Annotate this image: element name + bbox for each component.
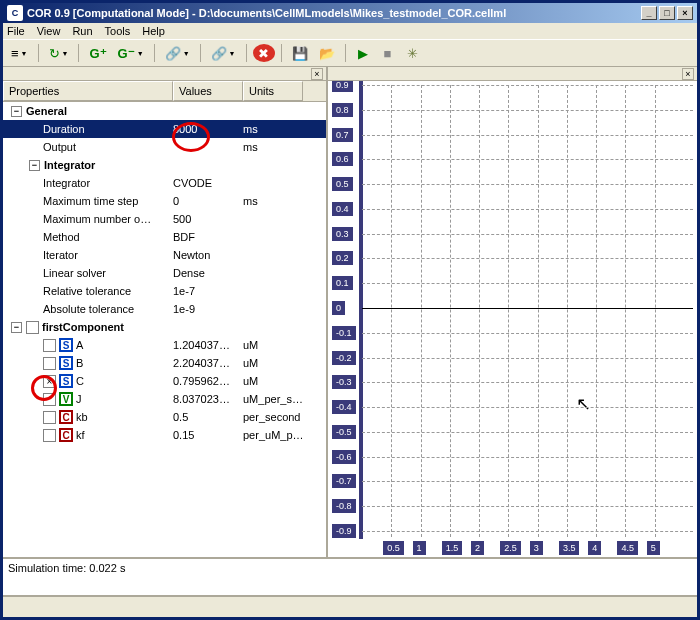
collapse-icon[interactable]: − xyxy=(11,322,22,333)
row-method[interactable]: Method BDF xyxy=(3,228,326,246)
row-general[interactable]: −General xyxy=(3,102,326,120)
minimize-button[interactable]: _ xyxy=(641,6,657,20)
toolbar: ≡▼ ↻▼ G⁺ G⁻▼ 🔗▼ 🔗▼ ✖ 💾 📂 ▶ ■ ✳ xyxy=(3,40,697,67)
properties-header: Properties Values Units xyxy=(3,81,326,102)
checkbox[interactable] xyxy=(43,339,56,352)
x-tick-label: 3.5 xyxy=(559,541,580,555)
y-tick-label: -0.5 xyxy=(332,425,356,439)
chart-panel-close-button[interactable]: × xyxy=(682,68,694,80)
y-tick-label: 0.3 xyxy=(332,227,353,241)
y-tick-label: 0.8 xyxy=(332,103,353,117)
menu-help[interactable]: Help xyxy=(142,25,165,37)
link1-button[interactable]: 🔗▼ xyxy=(161,42,194,64)
panel-close-bar: × xyxy=(3,67,326,81)
close-button[interactable]: × xyxy=(677,6,693,20)
g-minus-button[interactable]: G⁻▼ xyxy=(114,42,148,64)
x-tick-label: 1.5 xyxy=(442,541,463,555)
row-var-kb[interactable]: C kb 0.5per_second xyxy=(3,408,326,426)
maximize-button[interactable]: □ xyxy=(659,6,675,20)
simulation-time: Simulation time: 0.022 s xyxy=(8,562,125,574)
state-icon: S xyxy=(59,374,73,388)
chart-area[interactable]: ↖ 0.90.80.70.60.50.40.30.20.10-0.1-0.2-0… xyxy=(328,81,697,557)
row-var-j[interactable]: V J 8.037023…uM_per_s… xyxy=(3,390,326,408)
list-button[interactable]: ≡▼ xyxy=(7,42,32,64)
y-tick-label: 0.5 xyxy=(332,177,353,191)
collapse-icon[interactable]: − xyxy=(29,160,40,171)
constant-icon: C xyxy=(59,410,73,424)
title-bar: C COR 0.9 [Computational Mode] - D:\docu… xyxy=(3,3,697,23)
x-tick-label: 4 xyxy=(588,541,601,555)
pause-button[interactable]: ■ xyxy=(377,42,399,64)
row-var-kf[interactable]: C kf 0.15per_uM_p… xyxy=(3,426,326,444)
row-output[interactable]: Output ms xyxy=(3,138,326,156)
x-tick-label: 4.5 xyxy=(617,541,638,555)
panel-close-button[interactable]: × xyxy=(311,68,323,80)
y-tick-label: 0.4 xyxy=(332,202,353,216)
row-maxnum[interactable]: Maximum number o… 500 xyxy=(3,210,326,228)
row-var-a[interactable]: S A 1.204037…uM xyxy=(3,336,326,354)
x-tick-label: 0.5 xyxy=(383,541,404,555)
menu-file[interactable]: File xyxy=(7,25,25,37)
x-tick-label: 2.5 xyxy=(500,541,521,555)
cursor-icon: ↖ xyxy=(576,393,591,415)
checkbox[interactable] xyxy=(43,429,56,442)
y-tick-label: 0 xyxy=(332,301,345,315)
stop-button[interactable]: ✖ xyxy=(253,44,275,62)
checkbox-checked[interactable]: × xyxy=(43,375,56,388)
row-reltol[interactable]: Relative tolerance 1e-7 xyxy=(3,282,326,300)
collapse-icon[interactable]: − xyxy=(11,106,22,117)
col-units[interactable]: Units xyxy=(243,81,303,101)
row-duration[interactable]: Duration 8000 ms xyxy=(3,120,326,138)
menu-view[interactable]: View xyxy=(37,25,61,37)
open-button[interactable]: 📂 xyxy=(315,42,339,64)
y-tick-label: -0.2 xyxy=(332,351,356,365)
constant-icon: C xyxy=(59,428,73,442)
link2-button[interactable]: 🔗▼ xyxy=(207,42,240,64)
menu-tools[interactable]: Tools xyxy=(105,25,131,37)
chart-panel-close-bar: × xyxy=(328,67,697,81)
row-var-b[interactable]: S B 2.204037…uM xyxy=(3,354,326,372)
variable-icon: V xyxy=(59,392,73,406)
checkbox[interactable] xyxy=(43,411,56,424)
state-icon: S xyxy=(59,338,73,352)
properties-grid: −General Duration 8000 ms Output ms −Int… xyxy=(3,102,326,557)
y-tick-label: -0.3 xyxy=(332,375,356,389)
x-tick-label: 3 xyxy=(530,541,543,555)
state-icon: S xyxy=(59,356,73,370)
row-maxstep[interactable]: Maximum time step 0ms xyxy=(3,192,326,210)
checkbox[interactable] xyxy=(43,357,56,370)
row-integrator-group[interactable]: −Integrator xyxy=(3,156,326,174)
y-tick-label: -0.9 xyxy=(332,524,356,538)
status-area: Simulation time: 0.022 s xyxy=(3,557,697,617)
y-tick-label: 0.6 xyxy=(332,152,353,166)
gear-button[interactable]: ✳ xyxy=(402,42,424,64)
x-tick-label: 2 xyxy=(471,541,484,555)
window-title: COR 0.9 [Computational Mode] - D:\docume… xyxy=(27,7,639,19)
row-linsolver[interactable]: Linear solver Dense xyxy=(3,264,326,282)
y-tick-label: -0.7 xyxy=(332,474,356,488)
y-axis xyxy=(359,81,363,539)
y-tick-label: -0.4 xyxy=(332,400,356,414)
checkbox[interactable] xyxy=(43,393,56,406)
refresh-button[interactable]: ↻▼ xyxy=(45,42,73,64)
row-iterator[interactable]: Iterator Newton xyxy=(3,246,326,264)
y-tick-label: -0.8 xyxy=(332,499,356,513)
g-plus-button[interactable]: G⁺ xyxy=(85,42,110,64)
x-tick-label: 5 xyxy=(647,541,660,555)
row-abstol[interactable]: Absolute tolerance 1e-9 xyxy=(3,300,326,318)
row-firstcomponent[interactable]: − firstComponent xyxy=(3,318,326,336)
col-properties[interactable]: Properties xyxy=(3,81,173,101)
y-tick-label: 0.7 xyxy=(332,128,353,142)
checkbox[interactable] xyxy=(26,321,39,334)
play-button[interactable]: ▶ xyxy=(352,42,374,64)
col-values[interactable]: Values xyxy=(173,81,243,101)
y-tick-label: 0.1 xyxy=(332,276,353,290)
menu-run[interactable]: Run xyxy=(72,25,92,37)
y-tick-label: 0.2 xyxy=(332,251,353,265)
app-icon: C xyxy=(7,5,23,21)
y-tick-label: 0.9 xyxy=(332,81,353,92)
save-button[interactable]: 💾 xyxy=(288,42,312,64)
y-tick-label: -0.6 xyxy=(332,450,356,464)
row-integrator[interactable]: Integrator CVODE xyxy=(3,174,326,192)
row-var-c[interactable]: × S C 0.795962…uM xyxy=(3,372,326,390)
